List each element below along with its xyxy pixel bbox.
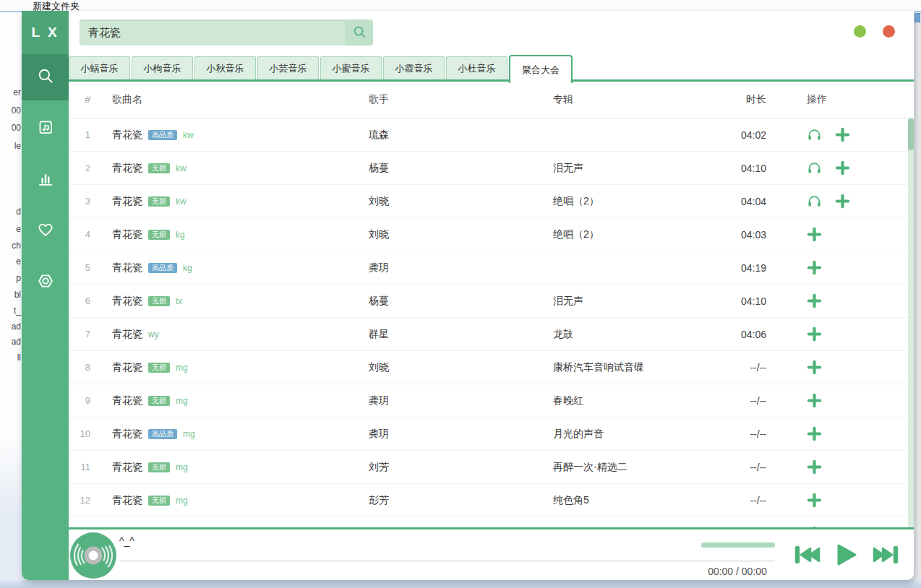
search-button[interactable] (346, 20, 373, 46)
source-label: kg (183, 263, 192, 273)
artist-cell: 刘晓 (369, 228, 553, 241)
actions-cell (766, 194, 914, 209)
album-cell: 泪无声 (553, 162, 737, 175)
next-track-button[interactable] (871, 545, 899, 565)
table-row[interactable]: 5青花瓷高品质kg龚玥04:19 (69, 251, 914, 285)
seek-bar[interactable] (119, 560, 775, 562)
tab-3[interactable]: 小秋音乐 (194, 56, 256, 79)
previous-track-button[interactable] (794, 545, 822, 565)
tab-1[interactable]: 小蜗音乐 (69, 56, 130, 79)
listen-icon[interactable] (807, 160, 822, 176)
duration-cell: --/-- (737, 362, 766, 373)
song-title: 青花瓷 (112, 428, 142, 441)
window-controls (854, 25, 895, 38)
app-window: L X 小蜗音乐小枸音乐小秋音乐小芸音乐小蜜音乐 (22, 11, 914, 580)
table-row[interactable]: 7青花瓷wy群星龙鼓04:06 (69, 318, 914, 351)
song-name-cell: 青花瓷wy (112, 328, 369, 341)
table-row[interactable]: 1青花瓷高品质kw琉森04:02 (69, 118, 914, 152)
table-row[interactable]: 9青花瓷无损mg龚玥春晚红--/-- (69, 384, 914, 418)
favorites-icon (36, 220, 55, 242)
time-display: 00:00 / 00:00 (699, 566, 776, 577)
add-icon[interactable] (807, 493, 822, 508)
table-row[interactable]: 6青花瓷无损tx杨蔓泪无声04:10 (69, 285, 914, 318)
scrollbar-thumb[interactable] (908, 118, 914, 150)
search-results-table: #歌曲名歌手专辑时长操作 1青花瓷高品质kw琉森04:022青花瓷无损kw杨蔓泪… (69, 82, 914, 527)
album-cell: 月光的声音 (553, 428, 737, 441)
desktop-right-strip (914, 12, 921, 580)
search-input[interactable] (80, 20, 346, 46)
duration-cell: --/-- (737, 462, 766, 473)
tab-8[interactable]: 聚合大会 (509, 55, 573, 83)
song-title: 青花瓷 (112, 328, 142, 341)
actions-cell (766, 160, 914, 176)
row-number: 5 (69, 262, 112, 273)
row-number: 7 (69, 329, 112, 340)
source-label: kw (183, 130, 194, 140)
table-row[interactable]: 10青花瓷高品质mg龚玥月光的声音--/-- (69, 418, 914, 451)
table-row[interactable]: 13青花瓷无损mg东霞--/-- (69, 517, 914, 527)
quality-badge: 高品质 (148, 263, 177, 273)
tab-2[interactable]: 小枸音乐 (132, 56, 193, 79)
song-name-cell: 青花瓷高品质mg (112, 428, 369, 441)
tab-7[interactable]: 小杜音乐 (446, 56, 507, 79)
song-name-cell: 青花瓷无损mg (112, 394, 369, 407)
sidebar-item-favorites[interactable] (22, 208, 69, 254)
tab-5[interactable]: 小蜜音乐 (320, 56, 382, 79)
table-row[interactable]: 3青花瓷无损kw刘晓绝唱（2）04:04 (69, 185, 914, 218)
column-header-artist: 歌手 (369, 93, 553, 106)
tab-4[interactable]: 小芸音乐 (257, 56, 319, 79)
add-icon[interactable] (807, 327, 822, 342)
table-row[interactable]: 4青花瓷无损kg刘晓绝唱（2）04:03 (69, 218, 914, 251)
song-name-cell: 青花瓷无损kg (112, 228, 369, 241)
row-number: 3 (69, 196, 112, 207)
add-icon[interactable] (807, 393, 822, 408)
sidebar-item-search[interactable] (22, 54, 69, 100)
add-icon[interactable] (807, 426, 822, 441)
add-icon[interactable] (807, 459, 822, 475)
duration-cell: 04:19 (737, 262, 766, 274)
quality-badge: 无损 (148, 363, 170, 373)
row-number: 11 (69, 462, 112, 472)
add-icon[interactable] (835, 194, 850, 209)
header-bar (69, 11, 914, 56)
album-disc-icon[interactable] (69, 532, 117, 579)
sidebar-item-settings[interactable] (22, 259, 69, 306)
close-button[interactable] (883, 25, 895, 38)
listen-icon[interactable] (807, 127, 822, 142)
table-row[interactable]: 12青花瓷无损mg彭芳纯色角5--/-- (69, 484, 914, 517)
table-row[interactable]: 2青花瓷无损kw杨蔓泪无声04:10 (69, 152, 914, 185)
duration-cell: --/-- (737, 495, 766, 506)
add-icon[interactable] (807, 227, 822, 242)
minimize-button[interactable] (854, 25, 866, 38)
album-cell: 龙鼓 (553, 328, 737, 341)
row-number: 12 (69, 495, 112, 506)
add-icon[interactable] (835, 160, 850, 176)
album-cell: 春晚红 (553, 394, 737, 407)
row-number: 1 (69, 129, 112, 140)
table-scrollbar[interactable] (908, 118, 914, 527)
quality-badge: 无损 (148, 230, 170, 240)
sidebar-item-ranking[interactable] (22, 157, 69, 203)
quality-badge: 高品质 (148, 130, 177, 140)
main-area: 小蜗音乐小枸音乐小秋音乐小芸音乐小蜜音乐小霞音乐小杜音乐聚合大会 #歌曲名歌手专… (69, 11, 914, 580)
listen-icon[interactable] (807, 194, 822, 209)
volume-slider[interactable] (701, 542, 775, 548)
add-icon[interactable] (807, 360, 822, 375)
add-icon[interactable] (807, 293, 822, 308)
add-icon[interactable] (807, 260, 822, 275)
desktop-bottom-strip (0, 580, 921, 588)
actions-cell (766, 127, 914, 142)
play-button[interactable] (835, 543, 858, 566)
sidebar-nav (22, 54, 69, 306)
song-title: 青花瓷 (112, 295, 142, 308)
sidebar-item-music-list[interactable] (22, 105, 69, 152)
add-icon[interactable] (835, 127, 850, 142)
source-label: mg (183, 429, 195, 439)
playback-controls (794, 529, 899, 580)
table-row[interactable]: 8青花瓷无损mg刘晓康桥汽车音响试音碟--/-- (69, 351, 914, 384)
row-number: 8 (69, 362, 112, 373)
artist-cell: 刘芳 (369, 461, 553, 474)
table-row[interactable]: 11青花瓷无损mg刘芳再醉一次·精选二--/-- (69, 451, 914, 484)
artist-cell: 琉森 (369, 129, 553, 142)
tab-6[interactable]: 小霞音乐 (383, 56, 445, 79)
